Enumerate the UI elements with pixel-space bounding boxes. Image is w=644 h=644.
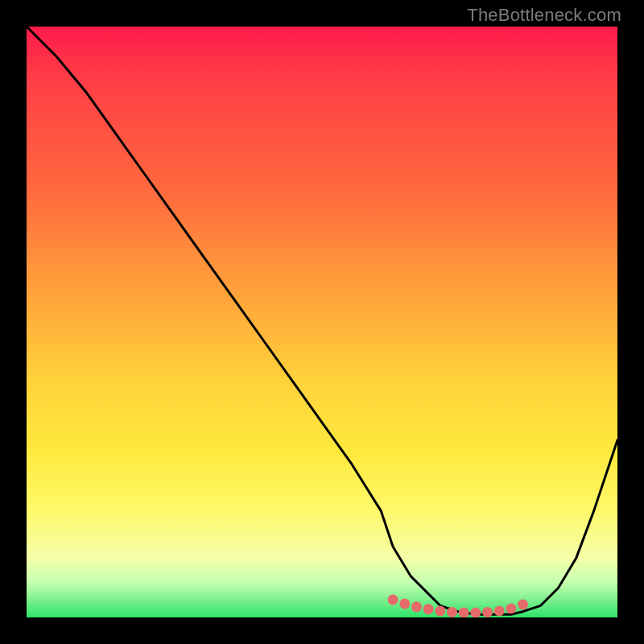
valley-marker xyxy=(470,608,481,617)
watermark-text: TheBottleneck.com xyxy=(467,5,621,26)
valley-marker xyxy=(411,601,422,612)
chart-frame: TheBottleneck.com xyxy=(0,0,644,644)
valley-marker xyxy=(447,607,457,617)
valley-marker xyxy=(423,604,434,614)
valley-marker xyxy=(518,599,528,609)
valley-marker xyxy=(494,605,505,616)
chart-svg xyxy=(27,27,617,617)
plot-area xyxy=(27,27,617,617)
valley-marker xyxy=(482,607,493,617)
valley-marker xyxy=(435,605,445,616)
valley-marker xyxy=(399,599,410,609)
valley-marker xyxy=(388,595,398,605)
valley-marker xyxy=(459,608,469,617)
bottleneck-curve xyxy=(27,27,617,614)
valley-marker xyxy=(506,604,516,614)
